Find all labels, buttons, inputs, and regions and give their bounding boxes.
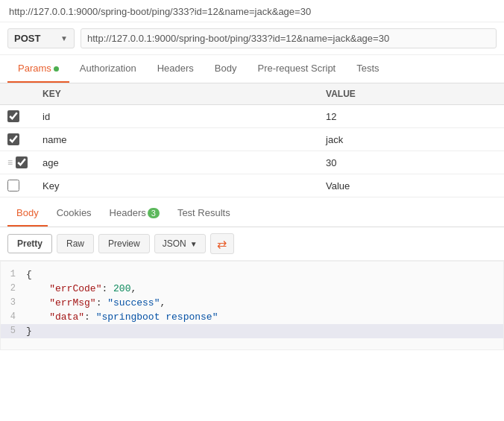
tab-cookies[interactable]: Cookies xyxy=(48,200,101,227)
checkbox-cell xyxy=(0,128,35,151)
param-value: 12 xyxy=(318,105,504,128)
table-row: ≡age30 xyxy=(0,151,504,174)
checkbox-cell: ≡ xyxy=(0,151,35,174)
tab-params[interactable]: Params xyxy=(7,55,69,83)
table-row: KeyValue xyxy=(0,174,504,197)
line-number: 3 xyxy=(1,297,23,308)
code-line: 4 "data": "springboot response" xyxy=(1,310,503,324)
request-row: POST ▼ xyxy=(0,22,504,55)
param-value: jack xyxy=(318,128,504,151)
method-label: POST xyxy=(14,33,40,44)
url-input[interactable] xyxy=(81,28,497,48)
checkbox-col-header xyxy=(0,83,35,105)
table-row: id12 xyxy=(0,105,504,128)
tab-pre-request-script[interactable]: Pre-request Script xyxy=(247,55,346,83)
params-dot xyxy=(54,66,59,72)
headers-badge: 3 xyxy=(148,208,160,218)
code-line: 5} xyxy=(1,324,503,338)
tab-body[interactable]: Body xyxy=(204,55,248,83)
line-number: 2 xyxy=(1,283,23,294)
param-key: name xyxy=(35,128,318,151)
line-number: 4 xyxy=(1,311,23,323)
code-line: 3 "errMsg": "success", xyxy=(1,296,503,310)
line-content: "errMsg": "success", xyxy=(23,297,503,308)
params-table: KEY VALUE id12namejack≡age30KeyValue xyxy=(0,83,504,197)
param-value: Value xyxy=(318,174,504,197)
format-arrow-icon: ▼ xyxy=(190,240,198,248)
param-checkbox[interactable] xyxy=(7,133,19,145)
tab-authorization[interactable]: Authorization xyxy=(69,55,147,83)
tab-headers[interactable]: Headers xyxy=(147,55,204,83)
drag-handle-icon[interactable]: ≡ xyxy=(7,157,13,168)
request-tabs-row: Params Authorization Headers Body Pre-re… xyxy=(0,55,504,83)
line-content: "data": "springboot response" xyxy=(23,311,503,323)
line-number: 1 xyxy=(1,269,23,280)
format-label: JSON xyxy=(163,238,186,249)
url-bar-top: http://127.0.0.1:9000/spring-boot/ping/3… xyxy=(0,0,504,22)
raw-button[interactable]: Raw xyxy=(57,234,94,253)
line-content: { xyxy=(23,269,503,280)
preview-button[interactable]: Preview xyxy=(98,234,150,253)
tab-tests[interactable]: Tests xyxy=(346,55,389,83)
pretty-button[interactable]: Pretty xyxy=(7,234,52,253)
line-content: } xyxy=(23,326,503,337)
response-tabs-row: Body Cookies Headers3 Test Results xyxy=(0,200,504,227)
code-line: 1{ xyxy=(1,268,503,282)
param-checkbox[interactable] xyxy=(7,110,19,122)
method-arrow-icon: ▼ xyxy=(60,34,68,42)
param-key: Key xyxy=(35,174,318,197)
line-content: "errCode": 200, xyxy=(23,283,503,294)
format-dropdown[interactable]: JSON ▼ xyxy=(154,234,206,253)
wrap-button[interactable]: ⇄ xyxy=(210,233,234,254)
param-key: id xyxy=(35,105,318,128)
tab-response-headers[interactable]: Headers3 xyxy=(101,200,168,227)
method-dropdown[interactable]: POST ▼ xyxy=(7,28,75,48)
tab-response-body[interactable]: Body xyxy=(7,200,48,227)
wrap-icon: ⇄ xyxy=(217,237,227,251)
param-checkbox[interactable] xyxy=(16,156,28,168)
url-top-text: http://127.0.0.1:9000/spring-boot/ping/3… xyxy=(9,6,311,17)
tab-test-results[interactable]: Test Results xyxy=(168,200,239,227)
line-number: 5 xyxy=(1,326,23,337)
response-toolbar: Pretty Raw Preview JSON ▼ ⇄ xyxy=(0,227,504,261)
checkbox-cell xyxy=(0,105,35,128)
code-area: 1{2 "errCode": 200,3 "errMsg": "success"… xyxy=(0,261,504,350)
checkbox-cell xyxy=(0,174,35,197)
table-row: namejack xyxy=(0,128,504,151)
value-col-header: VALUE xyxy=(318,83,504,105)
param-checkbox[interactable] xyxy=(7,180,19,191)
param-key: age xyxy=(35,151,318,174)
key-col-header: KEY xyxy=(35,83,318,105)
code-line: 2 "errCode": 200, xyxy=(1,282,503,296)
param-value: 30 xyxy=(318,151,504,174)
